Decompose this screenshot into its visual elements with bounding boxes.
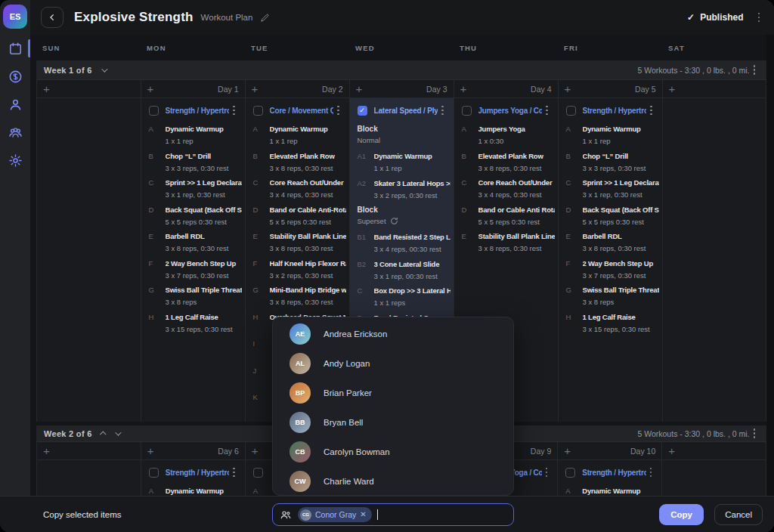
chevron-up-icon[interactable] [100,431,106,437]
athlete-search-input[interactable]: CG Conor Gray ✕ [272,503,514,526]
back-button[interactable] [41,7,63,28]
edit-pencil-icon[interactable] [260,13,270,23]
athlete-list-item[interactable]: BBBryan Bell [273,407,513,437]
avatar: CW [289,471,311,492]
sidebar-item-billing[interactable] [0,66,30,87]
athlete-list-item[interactable]: CWCharlie Ward [273,466,513,496]
exercise-name: Dynamic Warmup [166,486,242,496]
add-workout-button[interactable]: + [669,83,676,94]
publish-status[interactable]: ✓ Published [687,12,743,23]
exercise-detail: 3 x 1 rep, 00:30 rest [374,271,450,281]
add-workout-button[interactable]: + [147,445,154,456]
sidebar-item-settings[interactable] [0,150,30,171]
add-workout-button[interactable]: + [43,445,50,456]
add-workout-button[interactable]: + [564,445,571,456]
sidebar-item-profile[interactable] [0,94,30,115]
exercise-name: Band or Cable Anti Rotati... [478,205,555,215]
kebab-menu-button[interactable] [750,63,760,77]
week-label: Week 2 of 6 [44,429,92,438]
exercise-texts: Box Drop >> 3 Lateral H...1 x 1 reps [374,286,450,308]
kebab-menu-button[interactable] [229,466,239,480]
copy-button[interactable]: Copy [659,504,704,525]
kebab-menu-button[interactable] [438,104,447,118]
workout-card-title[interactable]: Jumpers Yoga / Core [478,107,543,115]
day-column-header: +Day 5 [559,80,662,98]
exercise-texts: Mini-Band Hip Bridge w/ ...3 x 8 reps, 0… [270,285,346,307]
chevron-down-icon[interactable] [101,66,107,72]
workout-card-title[interactable]: Strength / Hypertro... [583,107,647,115]
exercise-row: CSprint >> 1 Leg Declarations3 x 1 rep, … [566,178,659,200]
kebab-menu-button[interactable] [542,104,552,118]
exercise-row: DBack Squat (Back Off Set)5 x 5 reps 0:3… [149,205,242,227]
kebab-menu-button[interactable] [229,104,239,118]
add-workout-button[interactable]: + [252,445,259,456]
exercise-texts: Back Squat (Back Off Set)5 x 5 reps 0:30… [166,205,242,227]
workout-checkbox[interactable]: ✓ [358,106,367,116]
exercise-row: CCore Reach Out/Under3 x 4 reps, 0:30 re… [253,178,346,200]
chevron-down-icon[interactable] [115,429,121,435]
exercise-row: DBand or Cable Anti Rotati...5 x 5 reps … [462,205,555,227]
add-workout-button[interactable]: + [43,83,50,94]
add-workout-button[interactable]: + [356,83,363,94]
kebab-menu-button[interactable] [750,426,760,441]
workout-card-header: Strength / Hypertro... [141,101,245,119]
sidebar-item-calendar[interactable] [0,38,30,59]
workout-checkbox[interactable] [462,106,472,116]
block-type-label: Superset [358,216,386,226]
workout-card-title[interactable]: Strength / Hypertro... [166,107,230,115]
selected-athlete-chip[interactable]: CG Conor Gray ✕ [298,507,372,522]
workout-card-title[interactable]: Strength / Hypertro... [166,469,230,477]
workout-card-header: Jumpers Yoga / Core [454,101,558,119]
workout-checkbox[interactable] [253,468,263,478]
add-workout-button[interactable]: + [565,83,571,94]
cancel-button[interactable]: Cancel [714,504,763,525]
athlete-list-item[interactable]: AEAndrea Erickson [273,319,513,348]
sidebar-item-athletes[interactable] [0,122,30,143]
exercise-letter: E [566,231,583,253]
exercise-row: DBack Squat (Back Off Set)5 x 5 reps 0:3… [566,205,659,227]
workout-card-title[interactable]: Lateral Speed / Plyo [374,107,438,115]
athlete-list-item[interactable]: CBCarolyn Bowman [273,437,513,466]
day-column-header: +Day 1 [141,80,245,98]
exercise-letter: B2 [358,259,374,281]
exercise-texts: Core Reach Out/Under3 x 4 reps, 0:30 res… [478,178,555,200]
exercise-texts: Swiss Ball Triple Threat3 x 8 reps [583,285,659,307]
exercise-detail: 1 x 1 rep [270,136,346,146]
add-workout-button[interactable]: + [668,445,675,456]
workout-card-title[interactable]: Strength / Hypertro... [582,469,646,477]
calendar-icon [8,42,23,56]
exercise-name: 3 Cone Lateral Slide [374,259,450,269]
kebab-menu-button[interactable] [646,466,656,480]
day-of-week-header: SUNMONTUEWEDTHUFRISAT [36,35,766,60]
exercise-name: Back Squat (Back Off Set) [583,205,659,215]
header-kebab-menu[interactable] [754,11,764,25]
workout-card-title[interactable]: Core / Movement Q... [270,107,334,115]
exercise-detail: 1 x 1 rep [374,163,450,173]
exercise-row: AJumpers Yoga1 x 0:30 [462,124,555,146]
add-workout-button[interactable]: + [147,83,154,94]
exercise-texts: Dynamic Warmup1 x 1 rep [270,124,346,146]
scroll-gutter[interactable] [766,35,774,496]
add-workout-button[interactable]: + [252,83,259,94]
app-logo[interactable]: ES [3,5,27,29]
kebab-menu-button[interactable] [646,104,656,118]
workout-checkbox[interactable] [149,468,159,478]
athlete-list-item[interactable]: ALAndy Logan [273,348,513,378]
athlete-name: Carolyn Bowman [324,447,390,456]
athlete-list-item[interactable]: BPBrian Parker [273,378,513,407]
dow-label: SAT [662,44,766,52]
exercise-name: Swiss Ball Triple Threat [583,285,659,295]
workout-checkbox[interactable] [565,468,575,478]
exercise-letter: G [253,285,270,307]
exercise-row: F2 Way Bench Step Up3 x 7 reps, 0:30 res… [566,258,659,280]
kebab-menu-button[interactable] [333,104,343,118]
workout-checkbox[interactable] [253,106,263,116]
workout-checkbox[interactable] [149,106,159,116]
block-label: Block [358,205,450,215]
workout-checkbox[interactable] [566,106,576,116]
add-workout-button[interactable]: + [460,83,467,94]
exercise-name: Box Drop >> 3 Lateral H... [374,286,450,295]
chip-remove-icon[interactable]: ✕ [360,511,366,518]
exercise-name: Mini-Band Hip Bridge w/ ... [270,285,346,295]
kebab-menu-button[interactable] [542,466,552,480]
